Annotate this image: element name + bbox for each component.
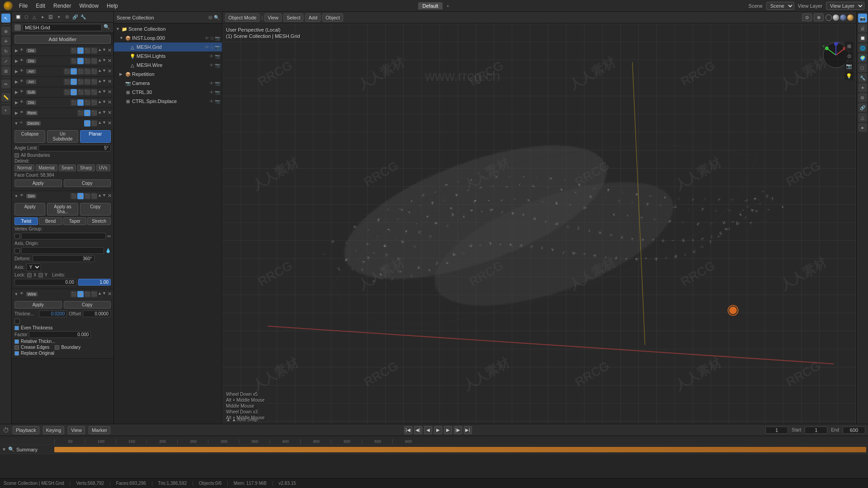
viewport-add-btn[interactable]: Add (305, 14, 321, 22)
modifier-dis1-down[interactable]: ▼ (102, 47, 106, 54)
modifier-sim-ctrl2[interactable]: ■ (77, 193, 84, 199)
tool-scale[interactable]: ⤢ (1, 56, 10, 66)
sim-eyedropper-icon[interactable]: 💧 (105, 248, 111, 253)
modifier-arr2-ctrl4[interactable]: ⬛ (84, 79, 90, 85)
right-constraints-icon[interactable]: 🔗 (858, 103, 867, 112)
modifier-arr2-ctrl3[interactable]: ⬛ (77, 79, 84, 85)
wire-thickness-input[interactable] (39, 310, 67, 317)
sim-limit-low-input[interactable] (14, 279, 76, 286)
outliner-camera-vis-eye[interactable]: 👁 (209, 81, 214, 86)
outliner-root[interactable]: ▼ 📁 Scene Collection (114, 24, 222, 33)
right-view-icon[interactable]: 🔲 (858, 33, 867, 42)
right-render-icon[interactable]: 📷 (858, 14, 867, 23)
modifier-sub-close[interactable]: ✕ (108, 89, 112, 95)
add-modifier-button[interactable]: Add Modifier (14, 35, 111, 44)
modifier-dis3-up[interactable]: ▲ (98, 99, 102, 106)
modifier-wire-ctrl2[interactable]: ■ (77, 291, 84, 297)
panel-icon-scene[interactable]: 🔲 (14, 14, 22, 21)
modifier-sim-down[interactable]: ▼ (102, 193, 106, 199)
right-material-icon[interactable]: ● (858, 123, 867, 132)
modifier-dis3-down[interactable]: ▼ (102, 99, 106, 106)
modifier-dis1-ctrl4[interactable]: ⬛ (91, 47, 97, 54)
shading-btn-solid[interactable] (833, 14, 839, 21)
modifier-sim-ctrl4[interactable]: ⬛ (91, 193, 97, 199)
outliner-mesh-lights-vis-eye[interactable]: 👁 (209, 54, 214, 59)
sim-deform-angle-input[interactable] (33, 255, 94, 262)
viewport-mode-btn[interactable]: Object Mode (225, 14, 259, 22)
modifier-decimate-up[interactable]: ▲ (98, 120, 102, 127)
panel-icon-tex[interactable]: 🖼 (47, 14, 54, 21)
decimate-apply-btn[interactable]: Apply (14, 179, 62, 187)
outliner-item-camera[interactable]: 📷 Camera 👁 📷 (114, 79, 222, 88)
modifier-arr1-ctrl3[interactable]: ⬛ (77, 68, 84, 75)
outliner-item-ctrl30[interactable]: ⊞ CTRL.30 👁 📷 (114, 88, 222, 97)
panel-icon-constraints[interactable]: 🔗 (71, 14, 79, 21)
modifier-dis1-ctrl2[interactable]: ■ (77, 47, 84, 54)
modifier-sub-ctrl2[interactable]: ■ (71, 89, 77, 95)
summary-expand-icon[interactable]: ▼ (2, 447, 6, 452)
right-particles-icon[interactable]: ✦ (858, 83, 867, 92)
tool-add[interactable]: + (1, 106, 10, 115)
modifier-wire-expand[interactable]: ▼ (14, 291, 19, 297)
modifier-arr1-ctrl4[interactable]: ⬛ (84, 68, 90, 75)
panel-icon-mesh[interactable]: △ (31, 14, 38, 21)
modifier-arr2-ctrl2[interactable]: ■ (71, 79, 77, 85)
modifier-arr2-expand[interactable]: ▶ (14, 79, 19, 84)
modifier-arr1-ctrl2[interactable]: ■ (71, 68, 77, 75)
panel-icon-mat[interactable]: ● (39, 14, 46, 21)
tool-cursor[interactable]: ⊕ (1, 27, 10, 36)
modifier-dis1-ctrl3[interactable]: ⬛ (84, 47, 90, 54)
decimate-collapse-btn[interactable]: Collapse (14, 130, 45, 143)
sim-axis-select[interactable]: YXZ (26, 263, 41, 271)
sim-lock-y-checkbox[interactable] (38, 273, 43, 277)
sim-taper-btn[interactable]: Taper (63, 217, 87, 225)
sim-apply-shape-btn[interactable]: Apply as Sha... (47, 203, 78, 216)
delimit-tag-normal[interactable]: Normal (14, 164, 34, 171)
modifier-arr2-ctrl5[interactable]: ⬛ (91, 79, 97, 85)
decimate-planar-btn[interactable]: Planar (80, 130, 111, 143)
modifier-rem-ctrl1[interactable]: ⬛ (77, 110, 84, 116)
sim-vertex-arrows[interactable]: ⇔ (107, 234, 111, 239)
sim-stretch-btn[interactable]: Stretch (87, 217, 111, 225)
next-frame-btn[interactable]: ▶ (444, 426, 452, 434)
menu-render[interactable]: Render (50, 2, 75, 10)
modifier-dis2-ctrl2[interactable]: ■ (77, 58, 84, 64)
modifier-decimate-expand[interactable]: ▼ (14, 121, 19, 126)
modifier-dis2-ctrl1[interactable]: ⬛ (71, 58, 77, 64)
start-frame-input[interactable] (805, 427, 827, 434)
modifier-arr1-up[interactable]: ▲ (98, 68, 102, 75)
viewport-tool-grid[interactable]: ⊞ (844, 42, 854, 51)
modifier-decimate-down[interactable]: ▼ (102, 120, 106, 127)
outliner-inst-vis-sel[interactable]: ⊙ (210, 36, 214, 41)
modifier-wire-close[interactable]: ✕ (108, 291, 112, 297)
prev-frame-btn[interactable]: ◀ (424, 426, 432, 434)
decimate-all-boundaries-checkbox[interactable] (14, 153, 19, 158)
wire-offset-input[interactable] (83, 310, 111, 317)
modifier-arr1-down[interactable]: ▼ (102, 68, 106, 75)
right-obj-icon[interactable]: ⬡ (858, 63, 867, 72)
playback-btn[interactable]: Playback (13, 426, 39, 434)
shading-btn-wire[interactable] (826, 14, 832, 21)
sim-bend-btn[interactable]: Bend (39, 217, 62, 225)
outliner-repetition-expand[interactable]: ▶ (119, 72, 124, 76)
outliner-ctrl30-vis-render[interactable]: 📷 (215, 90, 220, 95)
outliner-inst-vis-eye[interactable]: 👁 (205, 36, 209, 41)
viewport-overlay-btn[interactable]: ⊙ (802, 14, 812, 21)
modifier-dis2-down[interactable]: ▼ (102, 58, 106, 64)
modifier-dis2-ctrl4[interactable]: ⬛ (91, 58, 97, 64)
modifier-dis2-close[interactable]: ✕ (108, 58, 112, 64)
outliner-ctrl-spin-vis-eye[interactable]: 👁 (209, 99, 214, 104)
modifier-dis3-expand[interactable]: ▶ (14, 100, 19, 105)
sim-origin-input[interactable] (21, 247, 104, 254)
outliner-item-inst[interactable]: ▼ 📦 INST.Loop.000 👁 ⊙ 📷 (114, 33, 222, 42)
modifier-displacement-2-header[interactable]: ▶ 👁 Dis ⬛ ■ ⬛ ⬛ ▲ ▼ ✕ (12, 56, 113, 66)
wire-crease-checkbox[interactable] (14, 345, 19, 350)
modifier-rem-ctrl3[interactable]: ⬛ (91, 110, 97, 116)
modifier-decimate-ctrl2[interactable]: ⬛ (91, 120, 97, 127)
modifier-arr2-ctrl1[interactable]: ⬛ (64, 79, 70, 85)
panel-icon-obj[interactable]: ⬡ (23, 14, 30, 21)
outliner-mesh-grid-vis-sel[interactable]: ⊙ (210, 45, 214, 50)
modifier-sub-header[interactable]: ▶ 👁 Sub ⬛ ■ ⬛ ⬛ ⬛ ▲ ▼ ✕ (12, 87, 113, 97)
summary-search-icon[interactable]: 🔍 (8, 446, 14, 452)
wire-replace-checkbox[interactable] (14, 351, 19, 356)
